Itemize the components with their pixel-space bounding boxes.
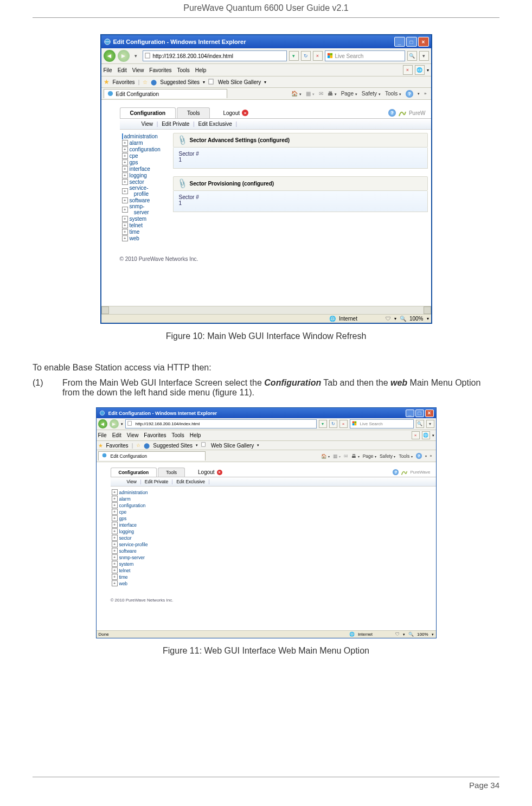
back-button[interactable]: ◄ — [104, 50, 116, 62]
tree-node-alarm[interactable]: +alarm — [122, 140, 171, 146]
tree-node-service-profile[interactable]: +service- profile — [122, 185, 171, 197]
dropdown-icon[interactable]: ▾ — [132, 52, 140, 60]
browser-tab[interactable]: Edit Configuration — [98, 451, 206, 460]
go-button[interactable]: ▾ — [289, 51, 299, 61]
maximize-button[interactable]: □ — [415, 410, 424, 417]
tree-node-interface[interactable]: +interface — [112, 522, 164, 528]
popup-close-icon[interactable]: × — [403, 65, 413, 75]
zoom-value[interactable]: 100% — [417, 632, 428, 637]
home-icon[interactable]: 🏠 ▾ — [321, 453, 330, 459]
add-fav-icon[interactable]: ☆ — [143, 79, 148, 85]
tree-node-configuration[interactable]: +configuration — [112, 502, 164, 508]
convert-dropdown[interactable]: ▾ — [427, 68, 429, 73]
menu-file[interactable]: File — [98, 432, 107, 438]
page-menu[interactable]: Page ▾ — [341, 91, 357, 97]
tree-node-time[interactable]: +time — [112, 574, 164, 580]
close-button[interactable]: × — [418, 37, 429, 47]
minimize-button[interactable]: _ — [394, 37, 405, 47]
subtab-edit-private[interactable]: Edit Private — [145, 479, 168, 484]
tab-configuration[interactable]: Configuration — [120, 107, 176, 118]
section-header-1[interactable]: 📎 Sector Advanced Settings (configured) — [173, 133, 428, 148]
zoom-value[interactable]: 100% — [409, 316, 424, 322]
suggested-sites-link[interactable]: Suggested Sites — [153, 443, 193, 449]
help-icon[interactable]: ? — [393, 469, 399, 475]
tree-node-time[interactable]: +time — [122, 229, 171, 235]
help-icon[interactable]: ? — [388, 109, 396, 117]
webslice-link[interactable]: Web Slice Gallery — [211, 443, 254, 449]
menu-tools[interactable]: Tools — [177, 67, 189, 73]
search-box[interactable]: Live Search — [325, 50, 405, 61]
tools-menu[interactable]: Tools ▾ — [399, 453, 412, 459]
stop-button[interactable]: × — [339, 420, 348, 428]
popup-close-icon[interactable]: × — [412, 431, 420, 439]
sector-value[interactable]: 1 — [179, 200, 422, 206]
address-bar[interactable]: http://192.168.200.104/index.html — [143, 50, 287, 61]
tree-node-sector[interactable]: +sector — [112, 535, 164, 541]
search-go-button[interactable]: 🔍 — [407, 51, 417, 61]
menu-tools[interactable]: Tools — [171, 432, 184, 438]
add-fav-icon[interactable]: ☆ — [136, 443, 140, 448]
refresh-button[interactable]: ↻ — [329, 420, 337, 428]
subtab-view[interactable]: View — [142, 121, 153, 127]
suggested-sites-link[interactable]: Suggested Sites — [160, 79, 200, 85]
print-icon[interactable]: 🖶 ▾ — [328, 91, 337, 97]
menu-view[interactable]: View — [132, 67, 144, 73]
feeds-icon[interactable]: ▦ ▾ — [306, 91, 315, 97]
tree-node-system[interactable]: +system — [112, 561, 164, 567]
menu-edit[interactable]: Edit — [118, 67, 127, 73]
convert-icon[interactable]: 🌐 — [422, 431, 430, 439]
help-icon[interactable]: ? — [416, 453, 422, 459]
tree-node-interface[interactable]: +interface — [122, 166, 171, 172]
favorites-star-icon[interactable]: ★ — [98, 443, 103, 449]
tree-node-gps[interactable]: +gps — [122, 159, 171, 165]
minimize-button[interactable]: _ — [406, 410, 414, 417]
subtab-edit-exclusive[interactable]: Edit Exclusive — [198, 121, 232, 127]
stop-button[interactable]: × — [313, 51, 323, 61]
search-dropdown[interactable]: ▾ — [426, 420, 434, 428]
safety-menu[interactable]: Safety ▾ — [380, 453, 395, 459]
tab-tools[interactable]: Tools — [177, 107, 210, 118]
zoom-icon[interactable]: 🔍 — [408, 632, 414, 637]
menu-favorites[interactable]: Favorites — [144, 432, 166, 438]
browser-tab[interactable]: Edit Configuration — [104, 89, 227, 98]
safety-menu[interactable]: Safety ▾ — [362, 91, 381, 97]
subtab-edit-private[interactable]: Edit Private — [162, 121, 189, 127]
favorites-label[interactable]: Favorites — [113, 79, 135, 85]
tree-node-telnet[interactable]: +telnet — [112, 567, 164, 573]
tab-configuration[interactable]: Configuration — [111, 468, 157, 477]
tree-node-cpe[interactable]: +cpe — [112, 509, 164, 515]
dropdown-icon[interactable]: ▾ — [121, 422, 123, 426]
search-dropdown[interactable]: ▾ — [419, 51, 429, 61]
close-button[interactable]: × — [425, 410, 434, 417]
menu-favorites[interactable]: Favorites — [149, 67, 171, 73]
convert-dropdown[interactable]: ▾ — [432, 433, 434, 438]
tree-node-cpe[interactable]: +cpe — [122, 153, 171, 159]
tree-node-logging[interactable]: +logging — [122, 172, 171, 178]
mail-icon[interactable]: ✉ — [344, 453, 348, 459]
search-go-button[interactable]: 🔍 — [416, 420, 424, 428]
tree-node-configuration[interactable]: +configuration — [122, 146, 171, 152]
sector-value[interactable]: 1 — [179, 157, 422, 163]
menu-help[interactable]: Help — [190, 432, 201, 438]
tools-menu[interactable]: Tools ▾ — [385, 91, 401, 97]
tree-node-snmp-server[interactable]: +snmp- server — [122, 204, 171, 215]
forward-button[interactable]: ► — [118, 50, 130, 62]
tree-node-system[interactable]: +system — [122, 216, 171, 222]
tree-node-sector[interactable]: +sector — [122, 179, 171, 185]
feeds-icon[interactable]: ▦ ▾ — [333, 453, 341, 459]
logout-link[interactable]: Logout × — [223, 110, 248, 116]
tree-node-web[interactable]: +web — [122, 235, 171, 241]
tab-tools[interactable]: Tools — [158, 468, 185, 477]
zoom-icon[interactable]: 🔍 — [400, 316, 406, 322]
section-header-2[interactable]: 📎 Sector Provisioning (configured) — [173, 176, 428, 191]
forward-button[interactable]: ► — [110, 419, 119, 428]
tree-node-alarm[interactable]: +alarm — [112, 496, 164, 502]
back-button[interactable]: ◄ — [98, 419, 107, 428]
home-icon[interactable]: 🏠 ▾ — [291, 91, 302, 97]
menu-edit[interactable]: Edit — [112, 432, 121, 438]
subtab-edit-exclusive[interactable]: Edit Exclusive — [176, 479, 205, 484]
menu-view[interactable]: View — [127, 432, 139, 438]
convert-icon[interactable]: 🌐 — [415, 65, 425, 75]
maximize-button[interactable]: □ — [406, 37, 417, 47]
menu-file[interactable]: File — [104, 67, 112, 73]
